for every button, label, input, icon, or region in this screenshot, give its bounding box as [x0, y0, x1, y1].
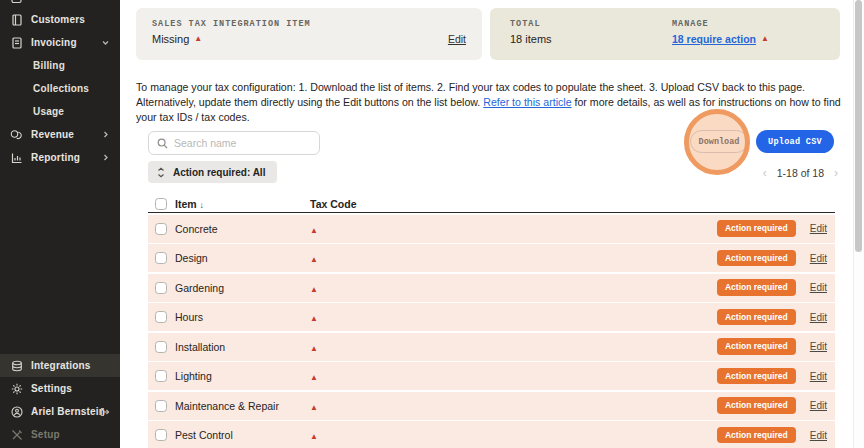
- sidebar-item-label: Setup: [31, 429, 60, 440]
- row-edit-link[interactable]: Edit: [810, 312, 827, 323]
- sidebar-item-revenue[interactable]: Revenue: [0, 123, 120, 146]
- search-box[interactable]: [148, 131, 320, 155]
- table-row: Design ▲ Action required Edit: [148, 244, 835, 272]
- sidebar-item-setup[interactable]: Setup: [0, 423, 120, 446]
- row-edit-link[interactable]: Edit: [810, 400, 827, 411]
- customers-icon: [10, 13, 23, 26]
- sidebar-item-label: Ariel Bernstein: [31, 406, 105, 417]
- row-checkbox[interactable]: [155, 311, 167, 323]
- warning-icon: ▲: [310, 373, 318, 382]
- item-name: Lighting: [175, 370, 310, 382]
- sidebar-item-label: Reporting: [31, 152, 80, 163]
- action-required-badge[interactable]: Action required: [717, 279, 796, 296]
- card-edit-link[interactable]: Edit: [448, 33, 466, 45]
- item-column-header[interactable]: Item↓: [175, 198, 310, 210]
- page-prev-icon[interactable]: ‹: [763, 166, 767, 180]
- action-required-badge[interactable]: Action required: [717, 397, 796, 414]
- article-link[interactable]: Refer to this article: [483, 96, 571, 108]
- integrations-icon: [10, 359, 23, 372]
- warning-icon: ▲: [310, 432, 318, 441]
- row-edit-link[interactable]: Edit: [810, 282, 827, 293]
- sidebar-item-billing[interactable]: Billing: [0, 54, 120, 77]
- sidebar-item-account[interactable]: Ariel Bernstein: [0, 400, 120, 423]
- row-checkbox[interactable]: [155, 341, 167, 353]
- row-checkbox[interactable]: [155, 400, 167, 412]
- table-header: Item↓ Tax Code: [148, 196, 835, 213]
- select-all-checkbox[interactable]: [155, 198, 167, 210]
- item-name: Concrete: [175, 223, 310, 235]
- action-required-badge[interactable]: Action required: [717, 427, 796, 444]
- row-checkbox[interactable]: [155, 223, 167, 235]
- row-edit-link[interactable]: Edit: [810, 223, 827, 234]
- item-name: Pest Control: [175, 429, 310, 441]
- row-edit-link[interactable]: Edit: [810, 253, 827, 264]
- chevron-right-icon: [101, 153, 110, 162]
- row-edit-link[interactable]: Edit: [810, 371, 827, 382]
- row-edit-link[interactable]: Edit: [810, 430, 827, 441]
- pagination-range: 1-18 of 18: [777, 167, 824, 179]
- action-required-badge[interactable]: Action required: [717, 338, 796, 355]
- warning-icon: ▲: [310, 403, 318, 412]
- require-action-link[interactable]: 18 require action: [672, 33, 756, 45]
- warning-icon: ▲: [310, 314, 318, 323]
- sidebar-item-collections[interactable]: Collections: [0, 77, 120, 100]
- scrollbar-thumb[interactable]: [855, 0, 862, 252]
- row-checkbox[interactable]: [155, 252, 167, 264]
- scrollbar-track[interactable]: [853, 0, 864, 448]
- sidebar-item-settings[interactable]: Settings: [0, 377, 120, 400]
- action-required-badge[interactable]: Action required: [717, 250, 796, 267]
- row-checkbox[interactable]: [155, 370, 167, 382]
- sort-toggle-icon: [157, 167, 165, 178]
- chevron-right-icon: [101, 130, 110, 139]
- action-required-badge[interactable]: Action required: [717, 220, 796, 237]
- action-required-badge[interactable]: Action required: [717, 368, 796, 385]
- sidebar-item-label: Settings: [31, 383, 72, 394]
- logout-icon[interactable]: [100, 407, 110, 417]
- sidebar: Customers Invoicing Billing Collections …: [0, 0, 120, 448]
- item-name: Design: [175, 252, 310, 264]
- main-content: SALES TAX INTEGRATION ITEM Missing ▲ Edi…: [120, 0, 864, 448]
- item-name: Hours: [175, 311, 310, 323]
- total-value: 18 items: [510, 33, 672, 45]
- total-label: TOTAL: [510, 19, 672, 29]
- sidebar-item-usage[interactable]: Usage: [0, 100, 120, 123]
- items-table: Item↓ Tax Code Concrete ▲ Action require…: [148, 196, 835, 448]
- sidebar-item-invoicing[interactable]: Invoicing: [0, 31, 120, 54]
- sidebar-item-integrations[interactable]: Integrations: [0, 354, 120, 377]
- item-name: Gardening: [175, 282, 310, 294]
- action-required-badge[interactable]: Action required: [717, 309, 796, 326]
- gear-icon: [10, 382, 23, 395]
- warning-icon: ▲: [310, 344, 318, 353]
- table-row: Concrete ▲ Action required Edit: [148, 215, 835, 243]
- warning-icon: ▲: [310, 285, 318, 294]
- totals-card: TOTAL 18 items MANAGE 18 require action …: [490, 8, 840, 60]
- row-checkbox[interactable]: [155, 282, 167, 294]
- download-button[interactable]: Download: [690, 130, 748, 153]
- instructions-text: To manage your tax configuration: 1. Dow…: [136, 80, 848, 125]
- sidebar-item-label: Revenue: [31, 129, 74, 140]
- sidebar-item-reporting[interactable]: Reporting: [0, 146, 120, 169]
- revenue-icon: [10, 128, 23, 141]
- chevron-down-icon: [101, 38, 110, 47]
- row-checkbox[interactable]: [155, 429, 167, 441]
- item-name: Maintenance & Repair: [175, 400, 310, 412]
- table-row: Gardening ▲ Action required Edit: [148, 274, 835, 302]
- search-icon: [157, 138, 168, 149]
- upload-csv-button[interactable]: Upload CSV: [756, 130, 834, 153]
- filter-label: Action required: All: [173, 167, 265, 178]
- integration-status: Missing: [152, 33, 189, 45]
- sidebar-item-customers[interactable]: Customers: [0, 8, 120, 31]
- setup-icon: [10, 428, 23, 441]
- search-input[interactable]: [174, 137, 311, 149]
- page-next-icon[interactable]: ›: [834, 166, 838, 180]
- sales-tax-integration-card: SALES TAX INTEGRATION ITEM Missing ▲ Edi…: [136, 8, 482, 60]
- sidebar-item-label: Usage: [33, 106, 64, 117]
- warning-icon: ▲: [310, 226, 318, 235]
- action-required-filter[interactable]: Action required: All: [148, 161, 277, 183]
- app-window: Customers Invoicing Billing Collections …: [0, 0, 864, 448]
- table-row: Maintenance & Repair ▲ Action required E…: [148, 392, 835, 420]
- pagination: ‹ 1-18 of 18 ›: [763, 166, 838, 180]
- row-edit-link[interactable]: Edit: [810, 341, 827, 352]
- sidebar-item-label: Integrations: [31, 360, 91, 371]
- table-row: Installation ▲ Action required Edit: [148, 333, 835, 361]
